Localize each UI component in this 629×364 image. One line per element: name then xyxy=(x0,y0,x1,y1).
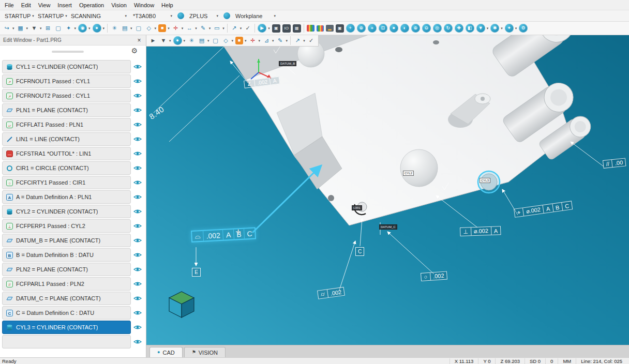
combo-startup[interactable]: STARTUP▾ xyxy=(2,11,34,21)
measure-feature-icon[interactable]: ✳ xyxy=(186,36,197,46)
feature-tag-datum_b[interactable]: DATUM_B xyxy=(279,61,296,66)
cad-window-icon[interactable]: ▢ xyxy=(133,24,144,33)
cad-select-icon[interactable]: ▢ xyxy=(211,36,221,46)
tree-item-fcfparl1[interactable]: //FCFPARL1 Passed : PLN2 xyxy=(2,277,144,291)
datum-flag-c[interactable]: C xyxy=(355,247,364,256)
tree-item-button[interactable]: CYL3 = CYLINDER (CONTACT) xyxy=(2,321,131,334)
tree-item-a[interactable]: AA = Datum Definition A : PLN1 xyxy=(2,190,144,204)
target-probe-icon[interactable]: ✛▾ xyxy=(248,36,262,46)
probe-angle-icon[interactable]: ✱▾ xyxy=(489,23,504,33)
menu-insert[interactable]: Insert xyxy=(54,0,76,10)
dropdown-caret-icon[interactable]: ▾ xyxy=(209,26,211,30)
menu-edit[interactable]: Edit xyxy=(18,0,35,10)
dropdown-caret-icon[interactable]: ▾ xyxy=(169,39,171,42)
visibility-eye-icon[interactable] xyxy=(131,136,144,142)
zoom-out-icon[interactable]: ⊖ xyxy=(421,23,432,33)
tree-item-button[interactable]: AA = Datum Definition A : PLN1 xyxy=(2,190,131,204)
frame-icon[interactable]: ▭▾ xyxy=(212,24,226,33)
visibility-eye-icon[interactable] xyxy=(131,150,144,157)
tree-item-button[interactable]: DATUM_B = PLANE (CONTACT) xyxy=(2,234,131,247)
fit-window-icon[interactable]: ⊡ xyxy=(378,23,388,33)
close-icon[interactable]: × xyxy=(136,37,143,44)
dropdown-caret-icon[interactable]: ▾ xyxy=(259,39,261,42)
dropdown-caret-icon[interactable]: ▾ xyxy=(103,26,105,30)
io-panel-icon[interactable]: IO xyxy=(281,24,292,33)
select-arrow-icon[interactable]: ► xyxy=(148,36,158,46)
dropdown-caret-icon[interactable]: ▾ xyxy=(515,26,517,30)
probe-tip-icon[interactable] xyxy=(177,12,184,19)
alignment-icon[interactable]: ◉▾ xyxy=(77,23,92,33)
shaded-view-icon[interactable]: ● xyxy=(388,23,399,33)
dropdown-caret-icon[interactable]: ▾ xyxy=(272,39,274,42)
tree-item-fcfflat1[interactable]: ▱FCFFLAT1 Passed : PLN1 xyxy=(2,118,144,131)
tree-item-button[interactable] xyxy=(2,335,131,348)
tree-item-button[interactable]: BB = Datum Definition B : DATU xyxy=(2,248,131,262)
view-orientation-icon[interactable]: ◧ xyxy=(465,23,475,33)
probe-icon[interactable]: ▼▾ xyxy=(29,24,43,33)
dropdown-caret-icon[interactable]: ▾ xyxy=(207,39,209,42)
color-map-icon[interactable] xyxy=(306,24,316,32)
visibility-eye-icon[interactable] xyxy=(131,310,144,316)
visibility-eye-icon[interactable] xyxy=(131,339,144,345)
visibility-eye-icon[interactable] xyxy=(131,93,144,99)
light-panel-icon[interactable]: ▂ xyxy=(325,24,335,32)
tree-item-datum_c[interactable]: DATUM_C = PLANE (CONTACT) xyxy=(2,292,144,305)
stylus-ball-icon[interactable]: ●▾ xyxy=(172,36,187,46)
alignment-cube[interactable] xyxy=(169,292,194,317)
dropdown-caret-icon[interactable]: ▾ xyxy=(40,26,42,30)
feature-tag-cyl2[interactable]: CYL2 xyxy=(403,171,414,176)
visibility-eye-icon[interactable] xyxy=(131,194,144,200)
rotate-view-icon[interactable]: ↻ xyxy=(443,23,454,33)
workplane-ball-icon[interactable]: ●▾ xyxy=(92,23,106,33)
tree-item-fcfperp1[interactable]: ⊥FCFPERP1 Passed : CYL2 xyxy=(2,219,144,233)
visibility-eye-icon[interactable] xyxy=(131,223,144,229)
calibration-icon[interactable]: ✦▾ xyxy=(504,23,518,33)
tree-item-cyl1[interactable]: CYL1 = CYLINDER (CONTACT) xyxy=(2,60,144,73)
datum-flag-e[interactable]: E xyxy=(192,268,201,277)
tree-item-button[interactable]: CYL1 = CYLINDER (CONTACT) xyxy=(2,60,131,73)
tree-item-button[interactable]: —FCFSTRA1 *OUTTOL* : LIN1 xyxy=(2,147,131,160)
tree-settings-gear-icon[interactable]: ⚙ xyxy=(131,47,138,54)
dropdown-caret-icon[interactable]: ▾ xyxy=(155,26,157,30)
zoom-in-icon[interactable]: ⊕ xyxy=(410,23,421,33)
surface-mode-icon[interactable]: ■▾ xyxy=(157,24,171,33)
chevron-down-icon[interactable]: ▾ xyxy=(216,14,218,18)
menu-view[interactable]: View xyxy=(35,0,54,10)
combo-scanning[interactable]: SCANNING▾ xyxy=(68,11,129,21)
dropdown-caret-icon[interactable]: ▾ xyxy=(88,26,91,30)
tree-item-button[interactable]: LIN1 = LINE (CONTACT) xyxy=(2,132,131,146)
cad-scene[interactable] xyxy=(146,35,629,345)
dropdown-caret-icon[interactable]: ▾ xyxy=(286,39,288,42)
chevron-down-icon[interactable]: ▾ xyxy=(65,14,67,18)
tree-item-fcfrnout1[interactable]: ↗FCFRNOUT1 Passed : CYL1 xyxy=(2,74,144,88)
angle-tool-icon[interactable]: ⊿▾ xyxy=(261,36,275,46)
crosshair-target-icon[interactable]: ✛▾ xyxy=(171,24,185,33)
tree-item-button[interactable]: DATUM_C = PLANE (CONTACT) xyxy=(2,292,131,305)
visibility-eye-icon[interactable] xyxy=(131,107,144,113)
tree-item-button[interactable]: PLN1 = PLANE (CONTACT) xyxy=(2,103,131,117)
grid-add-icon[interactable]: ⊞ xyxy=(43,24,53,33)
tree-item-cir1[interactable]: CIR1 = CIRCLE (CONTACT) xyxy=(2,161,144,175)
dropdown-caret-icon[interactable]: ▾ xyxy=(240,26,242,30)
histogram-icon[interactable] xyxy=(316,25,325,32)
focus-target-icon[interactable]: ⊕ xyxy=(356,23,367,33)
visibility-eye-icon[interactable] xyxy=(131,179,144,186)
tree-item-pln1[interactable]: PLN1 = PLANE (CONTACT) xyxy=(2,103,144,117)
dropdown-caret-icon[interactable]: ▾ xyxy=(245,39,247,42)
visibility-eye-icon[interactable] xyxy=(131,208,144,215)
feature-tag-datum_c[interactable]: DATUM_C xyxy=(379,224,397,230)
visibility-eye-icon[interactable] xyxy=(131,64,144,70)
confirm-icon[interactable]: ✓ xyxy=(243,24,253,33)
feature-tag-cir1[interactable]: CIR1 xyxy=(352,205,362,210)
menu-window[interactable]: Window xyxy=(130,0,158,10)
dropdown-caret-icon[interactable]: ▾ xyxy=(195,26,197,30)
feature-tag-cyl3[interactable]: CYL3 xyxy=(480,178,490,183)
tree-item-button[interactable]: ⊥FCFPERP1 Passed : CYL2 xyxy=(2,219,131,233)
surface-probe-icon[interactable]: ■▾ xyxy=(234,36,248,45)
image-window-icon[interactable]: ▦ xyxy=(292,24,302,33)
dropdown-caret-icon[interactable]: ▾ xyxy=(168,26,170,30)
cad-viewport[interactable]: ►▼▾●▾✳▤▾▢◇▾■▾✛▾⊿▾✎▾↗▾✓ xyxy=(146,35,629,345)
tree-item-button[interactable]: CIR1 = CIRCLE (CONTACT) xyxy=(2,161,131,175)
tools-gear-icon[interactable]: ⚙ xyxy=(518,23,529,33)
comment-icon[interactable]: ▢ xyxy=(53,24,64,33)
